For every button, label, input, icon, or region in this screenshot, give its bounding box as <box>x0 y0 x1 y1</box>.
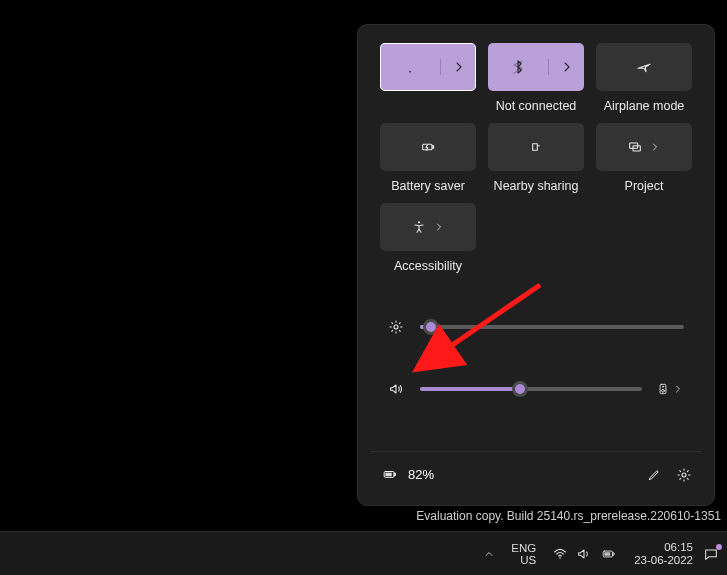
tile-wrap-bluetooth: Not connected <box>488 43 584 117</box>
battery-tray-icon <box>600 547 618 561</box>
chevron-right-icon <box>559 59 575 75</box>
notification-badge <box>716 544 722 550</box>
chevron-right-icon <box>649 141 661 153</box>
volume-thumb[interactable] <box>512 381 528 397</box>
airplane-label: Airplane mode <box>604 99 685 117</box>
bluetooth-icon <box>510 59 526 75</box>
svg-point-6 <box>394 325 398 329</box>
tile-wrap-nearby: Nearby sharing <box>488 123 584 197</box>
clock-time: 06:15 <box>634 541 693 554</box>
wifi-tile[interactable] <box>380 43 476 91</box>
brightness-icon <box>388 319 406 335</box>
project-icon <box>627 139 643 155</box>
battery-saver-icon <box>420 139 436 155</box>
battery-status[interactable]: 82% <box>380 467 434 482</box>
tiles-grid: Not connected Airplane mode Battery save… <box>370 43 702 277</box>
brightness-row <box>388 313 684 341</box>
airplane-icon <box>636 59 652 75</box>
accessibility-tile[interactable] <box>380 203 476 251</box>
tray-overflow-button[interactable] <box>477 542 501 566</box>
volume-tray-icon <box>576 546 592 562</box>
project-label: Project <box>625 179 664 197</box>
system-tray[interactable] <box>546 542 624 566</box>
bluetooth-tile[interactable] <box>488 43 584 91</box>
build-watermark: Evaluation copy. Build 25140.rs_prerelea… <box>416 509 721 523</box>
tile-wrap-project: Project <box>596 123 692 197</box>
wifi-tray-icon <box>552 546 568 562</box>
bluetooth-expand-button[interactable] <box>548 59 584 75</box>
lang-line1: ENG <box>511 542 536 554</box>
settings-button[interactable] <box>676 467 692 483</box>
chevron-right-icon <box>672 383 684 395</box>
volume-row <box>388 375 684 403</box>
tile-wrap-accessibility: Accessibility <box>380 203 476 277</box>
svg-point-13 <box>682 473 686 477</box>
tile-wrap-wifi <box>380 43 476 117</box>
svg-rect-11 <box>394 473 395 475</box>
notifications-button[interactable] <box>703 546 719 562</box>
svg-rect-17 <box>605 552 611 556</box>
volume-slider[interactable] <box>420 387 642 391</box>
audio-output-button[interactable] <box>656 382 684 396</box>
chevron-right-icon <box>451 59 467 75</box>
edit-quick-settings-button[interactable] <box>647 467 662 482</box>
svg-point-0 <box>409 71 411 73</box>
battery-saver-tile[interactable] <box>380 123 476 171</box>
brightness-thumb[interactable] <box>423 319 439 335</box>
quick-settings-panel: Not connected Airplane mode Battery save… <box>357 24 715 506</box>
audio-device-icon <box>656 382 670 396</box>
wifi-expand-button[interactable] <box>440 59 476 75</box>
battery-icon <box>380 468 400 482</box>
svg-point-9 <box>662 386 663 387</box>
brightness-slider[interactable] <box>420 325 684 329</box>
nearby-label: Nearby sharing <box>494 179 579 197</box>
svg-point-5 <box>418 221 420 223</box>
svg-rect-2 <box>432 146 433 149</box>
clock-date: 23-06-2022 <box>634 554 693 567</box>
svg-rect-12 <box>385 472 391 476</box>
svg-point-8 <box>662 389 665 392</box>
bluetooth-toggle[interactable] <box>488 59 548 75</box>
nearby-sharing-icon <box>528 139 544 155</box>
accessibility-label: Accessibility <box>394 259 462 277</box>
taskbar: ENG US 06:15 23-06-2022 <box>0 531 727 575</box>
nearby-sharing-tile[interactable] <box>488 123 584 171</box>
accessibility-icon <box>411 219 427 235</box>
panel-footer: 82% <box>370 451 702 497</box>
wifi-icon <box>402 59 418 75</box>
volume-icon <box>388 381 406 397</box>
clock[interactable]: 06:15 23-06-2022 <box>634 541 693 567</box>
bluetooth-label: Not connected <box>496 99 577 117</box>
svg-point-14 <box>559 557 561 559</box>
svg-rect-16 <box>613 552 614 554</box>
sliders-section <box>388 313 684 409</box>
airplane-mode-tile[interactable] <box>596 43 692 91</box>
tile-wrap-battery-saver: Battery saver <box>380 123 476 197</box>
chevron-right-icon <box>433 221 445 233</box>
battery-saver-label: Battery saver <box>391 179 465 197</box>
tile-wrap-airplane: Airplane mode <box>596 43 692 117</box>
battery-percent: 82% <box>408 467 434 482</box>
project-tile[interactable] <box>596 123 692 171</box>
wifi-toggle[interactable] <box>380 59 440 75</box>
lang-line2: US <box>511 554 536 566</box>
language-switcher[interactable]: ENG US <box>511 542 536 566</box>
